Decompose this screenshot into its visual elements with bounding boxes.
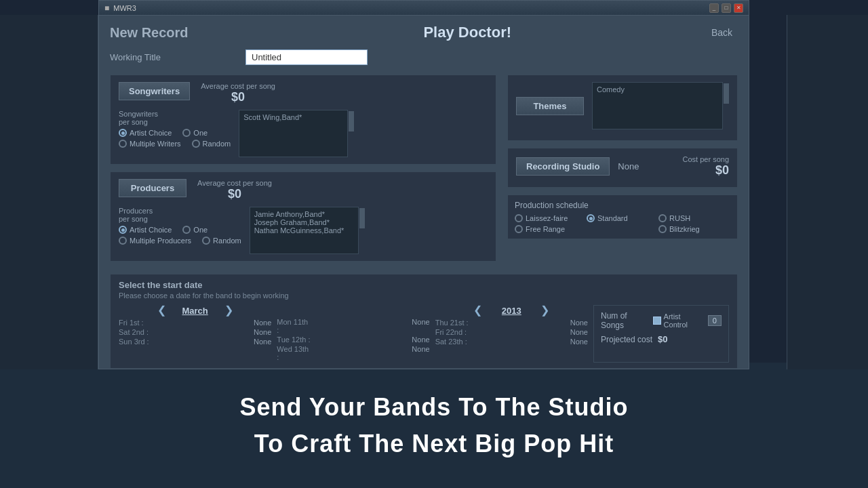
prod-rush-circle xyxy=(658,214,667,222)
date-section: Select the start date Please choose a da… xyxy=(110,274,738,369)
header-row: New Record Play Doctor! Back xyxy=(110,24,738,41)
cal2-header: March xyxy=(277,305,429,315)
prod-free-circle xyxy=(515,225,523,233)
songwriters-cost-label: Average cost per song xyxy=(201,82,275,90)
prod-scrollbar-thumb xyxy=(359,208,365,228)
year-cal-next[interactable]: ❯ xyxy=(540,305,549,316)
cal1-day2: Sat 2nd : xyxy=(119,328,153,336)
producers-cost-block: Average cost per song $0 xyxy=(197,179,272,201)
sw-radio-one-circle xyxy=(182,129,191,137)
sw-radio-artist-circle xyxy=(119,129,127,137)
songs-stepper[interactable]: 0 xyxy=(708,315,722,326)
cal1-next[interactable]: ❯ xyxy=(224,305,233,316)
prod-rush[interactable]: RUSH xyxy=(658,214,730,222)
window-controls: _ □ ✕ xyxy=(709,3,743,13)
year-cal-row1: Thu 21st : None xyxy=(435,319,588,327)
maximize-button[interactable]: □ xyxy=(722,3,731,13)
year-cal-val3: None xyxy=(570,338,588,346)
producers-button[interactable]: Producers xyxy=(119,179,186,197)
prod-radio-one[interactable]: One xyxy=(182,226,208,234)
year-cal-header: ❮ 2013 ❯ xyxy=(435,305,588,316)
prod-standard[interactable]: Standard xyxy=(587,214,658,222)
themes-button[interactable]: Themes xyxy=(516,97,584,115)
working-title-input[interactable] xyxy=(245,49,368,65)
year-cal-day2: Fri 22nd : xyxy=(435,328,469,336)
back-button[interactable]: Back xyxy=(706,26,738,39)
prod-per-song: Producersper song xyxy=(119,207,239,223)
prod-radio-random-circle xyxy=(202,237,210,245)
date-subtitle: Please choose a date for the band to beg… xyxy=(119,291,729,300)
sw-scrollbar[interactable] xyxy=(347,110,354,157)
cal1-day3: Sun 3rd : xyxy=(119,338,153,346)
projected-cost-label: Projected cost xyxy=(601,335,652,344)
cal2-day2: Tue 12th : xyxy=(277,336,311,344)
bg-line1: Send Your Bands To The Studio xyxy=(239,389,628,426)
prod-radio-artist-label: Artist Choice xyxy=(130,226,172,234)
sw-radio-random[interactable]: Random xyxy=(192,140,231,148)
sw-radio-multiple-circle xyxy=(119,140,127,148)
main-window: ■ MWR3 _ □ ✕ New Record Play Doctor! Bac… xyxy=(98,0,749,369)
cal1-prev[interactable]: ❮ xyxy=(157,305,166,316)
artist-control-checkbox[interactable] xyxy=(653,317,660,325)
cost-per-song-value: $0 xyxy=(683,163,729,178)
cal1-rows: Fri 1st : None Sat 2nd : None Sun 3rd : … xyxy=(119,319,271,346)
producers-cost-value: $0 xyxy=(197,187,272,201)
prod-blitzkrieg[interactable]: Blitzkrieg xyxy=(658,225,730,233)
close-button[interactable]: ✕ xyxy=(734,3,743,13)
year-cal-val1: None xyxy=(570,319,588,327)
themes-list-container: Comedy xyxy=(592,82,729,129)
cal2-val1: None xyxy=(412,318,429,334)
themes-scrollbar[interactable] xyxy=(722,82,729,129)
songs-stepper-value: 0 xyxy=(713,317,717,325)
sw-radio-one-label: One xyxy=(193,129,208,137)
calendar-2: March Mon 11th : None Tue 12th : None xyxy=(277,305,429,363)
projected-row: Projected cost $0 xyxy=(601,334,722,344)
cal2-day1: Mon 11th : xyxy=(277,318,311,334)
prod-list-item3: Nathan McGuinness,Band* xyxy=(254,226,360,235)
songwriters-button[interactable]: Songwriters xyxy=(119,82,190,100)
num-songs-label: Num of Songs xyxy=(601,311,649,330)
new-record-label: New Record xyxy=(110,25,189,41)
sw-per-song: Songwritersper song xyxy=(119,110,228,126)
recording-studio-section: Recording Studio None Cost per song $0 xyxy=(507,148,738,188)
prod-radio-random[interactable]: Random xyxy=(202,237,241,245)
bg-line2: To Craft The Next Big Pop Hit xyxy=(254,426,614,462)
sw-radio-random-circle xyxy=(192,140,200,148)
prod-radio-artist-choice[interactable]: Artist Choice xyxy=(119,226,172,234)
cal2-val3: None xyxy=(412,345,429,361)
prod-free-range[interactable]: Free Range xyxy=(515,225,587,233)
sw-radio-group: Artist Choice One xyxy=(119,129,231,148)
songs-cost-block: Num of Songs Artist Control 0 Projected … xyxy=(593,305,729,363)
cal2-row3: Wed 13th : None xyxy=(277,345,429,361)
recording-studio-button[interactable]: Recording Studio xyxy=(516,157,610,176)
sw-radio-one[interactable]: One xyxy=(182,129,208,137)
year-cal-day3: Sat 23th : xyxy=(435,338,469,346)
sw-radio-row1: Artist Choice One xyxy=(119,129,231,137)
prod-laissez-label: Laissez-faire xyxy=(526,214,568,222)
sw-radio-multiple[interactable]: Multiple Writers xyxy=(119,140,181,148)
prod-radio-multiple-circle xyxy=(119,237,127,245)
cost-per-song-label: Cost per song xyxy=(683,155,729,163)
cal1-row3: Sun 3rd : None xyxy=(119,338,271,346)
prod-blitz-circle xyxy=(658,225,667,233)
prod-scrollbar[interactable] xyxy=(358,207,365,254)
minimize-button[interactable]: _ xyxy=(709,3,719,13)
num-songs-row: Num of Songs Artist Control 0 xyxy=(601,311,722,330)
themes-section: Themes Comedy xyxy=(507,75,738,141)
working-title-row: Working Title xyxy=(110,49,738,65)
prod-blitz-label: Blitzkrieg xyxy=(669,225,700,233)
cal1-val3: None xyxy=(254,338,271,346)
prod-laissez-faire[interactable]: Laissez-faire xyxy=(515,214,587,222)
sw-radio-artist-choice[interactable]: Artist Choice xyxy=(119,129,172,137)
cal1-day1: Fri 1st : xyxy=(119,319,153,327)
cal1-val2: None xyxy=(254,328,271,336)
calendar-1: ❮ March ❯ Fri 1st : None Sat 2nd : None xyxy=(119,305,271,363)
year-cal-prev[interactable]: ❮ xyxy=(473,305,482,316)
themes-header: Themes Comedy xyxy=(516,82,729,129)
date-bottom-row: ❮ March ❯ Fri 1st : None Sat 2nd : None xyxy=(119,305,729,363)
prod-radio-multiple[interactable]: Multiple Producers xyxy=(119,237,191,245)
prod-rush-label: RUSH xyxy=(669,214,690,222)
producers-section: Producers Average cost per song $0 Produ… xyxy=(110,171,496,262)
prod-radio-group: Artist Choice One xyxy=(119,226,241,245)
cal1-header: ❮ March ❯ xyxy=(119,305,271,316)
